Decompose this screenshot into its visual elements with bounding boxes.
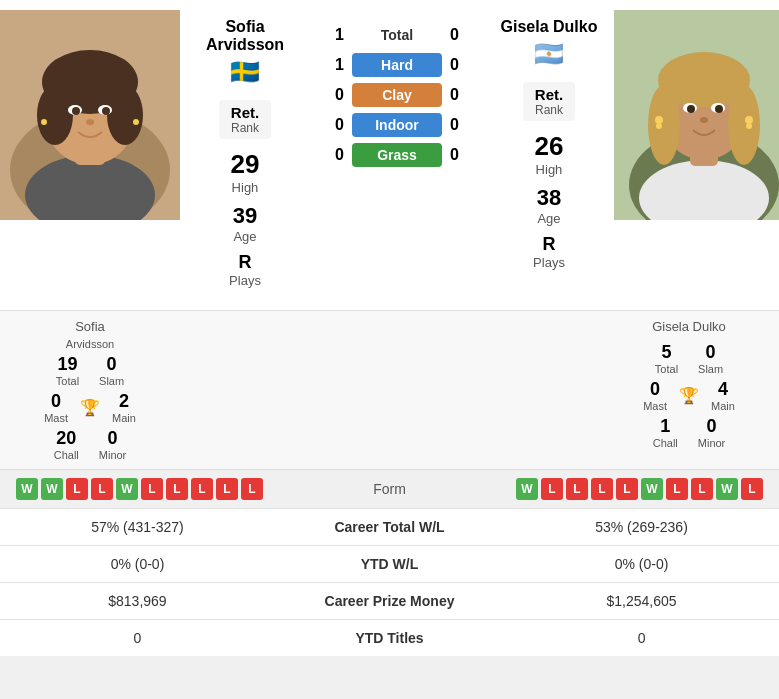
svg-point-6 [37,85,73,145]
form-badge-p2: L [566,478,588,500]
form-badge-p2: L [741,478,763,500]
middle-spacer [180,311,599,469]
stats-row: 0% (0-0) YTD W/L 0% (0-0) [0,546,779,583]
player1-name: Sofia Arvidsson [206,18,284,54]
form-badge-p1: W [16,478,38,500]
player2-photo [614,10,779,220]
player2-age: 38 Age [537,185,561,226]
form-badge-p2: L [541,478,563,500]
form-badge-p2: L [591,478,613,500]
svg-point-26 [715,105,723,113]
player1-photo [0,10,180,220]
stats-left: $813,969 [0,583,275,620]
svg-point-13 [41,119,47,125]
stats-left: 57% (431-327) [0,509,275,546]
player1-age: 39 Age [233,203,257,244]
player1-chall-stat: 20 Chall [54,428,79,461]
player1-mast-stat: 0 Mast [44,391,68,424]
stats-row: 0 YTD Titles 0 [0,620,779,657]
player2-mast-stat: 0 Mast [643,379,667,412]
player2-chall-stat: 1 Chall [653,416,678,449]
player1-plays: R Plays [229,252,261,288]
form-badge-p1: W [116,478,138,500]
player1-info: Sofia Arvidsson 🇸🇪 Ret. Rank 29 High 39 … [180,10,310,300]
svg-point-30 [745,116,753,124]
player2-flag: 🇦🇷 [534,40,564,68]
form-badge-p1: L [216,478,238,500]
clay-row: 0 Clay 0 [314,83,480,107]
stats-left: 0% (0-0) [0,546,275,583]
svg-point-7 [107,85,143,145]
player2-sub-stats: Gisela Dulko 5 Total 0 Slam 0 Mast 🏆 [599,311,779,469]
player-names-row: Sofia Arvidsson 19 Total 0 Slam 0 Mast 🏆 [0,310,779,469]
form-badge-p1: L [66,478,88,500]
player2-plays: R Plays [533,234,565,270]
stats-table: 57% (431-327) Career Total W/L 53% (269-… [0,508,779,656]
stats-left: 0 [0,620,275,657]
svg-point-14 [133,119,139,125]
form-badge-p1: W [41,478,63,500]
player2-info: Gisela Dulko 🇦🇷 Ret. Rank 26 High 38 Age… [484,10,614,300]
form-badge-p2: W [641,478,663,500]
stats-right: $1,254,605 [504,583,779,620]
player1-slam-stat: 0 Slam [99,354,124,387]
stats-center: Career Prize Money [275,583,504,620]
form-badge-p1: L [166,478,188,500]
player2-portrait [614,10,779,220]
stats-center: Career Total W/L [275,509,504,546]
player2-trophy-icon: 🏆 [679,386,699,405]
player1-portrait [0,10,180,220]
svg-point-12 [86,119,94,125]
svg-point-11 [102,107,110,115]
svg-point-27 [700,117,708,123]
stats-right: 53% (269-236) [504,509,779,546]
player2-name-label: Gisela Dulko [652,319,726,334]
form-badge-p1: L [241,478,263,500]
stats-row: 57% (431-327) Career Total W/L 53% (269-… [0,509,779,546]
form-badge-p2: W [516,478,538,500]
form-badge-p1: L [91,478,113,500]
player1-sub-stats: Sofia Arvidsson 19 Total 0 Slam 0 Mast 🏆 [0,311,180,469]
stats-right: 0% (0-0) [504,546,779,583]
form-section: WWLLWLLLLL Form WLLLLWLLWL [0,469,779,508]
svg-point-10 [72,107,80,115]
form-left: WWLLWLLLLL [16,478,330,500]
stats-right: 0 [504,620,779,657]
player2-main-stat: 4 Main [711,379,735,412]
svg-point-22 [728,85,760,165]
player2-rank: Ret. Rank [523,82,575,121]
total-row: 1 Total 0 [314,23,480,47]
form-badge-p1: L [191,478,213,500]
grass-row: 0 Grass 0 [314,143,480,167]
player1-name-label: Sofia [75,319,105,334]
player2-name: Gisela Dulko [501,18,598,36]
form-label: Form [330,481,450,497]
svg-point-21 [648,85,680,165]
form-badge-p2: L [691,478,713,500]
hard-row: 1 Hard 0 [314,53,480,77]
player2-high: 26 High [535,131,564,177]
player1-trophy-icon: 🏆 [80,398,100,417]
player2-total-stat: 5 Total [655,342,678,375]
form-badge-p1: L [141,478,163,500]
stats-row: $813,969 Career Prize Money $1,254,605 [0,583,779,620]
indoor-row: 0 Indoor 0 [314,113,480,137]
player2-minor-stat: 0 Minor [698,416,726,449]
stats-center: YTD W/L [275,546,504,583]
player2-slam-stat: 0 Slam [698,342,723,375]
svg-point-31 [746,123,752,129]
svg-point-28 [655,116,663,124]
center-stats: 1 Total 0 1 Hard 0 0 Clay 0 0 Indoor 0 [310,10,484,300]
stats-center: YTD Titles [275,620,504,657]
form-badge-p2: L [616,478,638,500]
svg-point-29 [656,123,662,129]
main-container: Sofia Arvidsson 🇸🇪 Ret. Rank 29 High 39 … [0,0,779,656]
player1-main-stat: 2 Main [112,391,136,424]
player1-total-stat: 19 Total [56,354,79,387]
form-right: WLLLLWLLWL [450,478,764,500]
player1-high: 29 High [231,149,260,195]
player1-flag: 🇸🇪 [230,58,260,86]
player1-rank: Ret. Rank [219,100,271,139]
form-badge-p2: L [666,478,688,500]
form-badge-p2: W [716,478,738,500]
